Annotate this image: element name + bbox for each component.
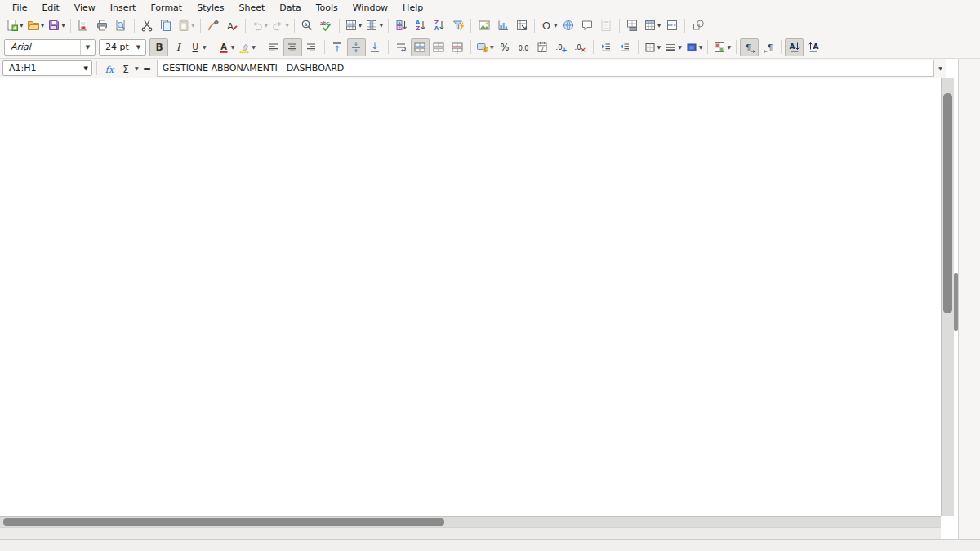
percent-button[interactable]: % (496, 38, 514, 56)
chevron-down-icon[interactable]: ▼ (554, 23, 558, 28)
sort-button[interactable]: AZ (392, 16, 411, 34)
export-pdf-button[interactable] (74, 16, 93, 34)
undo-button[interactable]: ▼ (249, 16, 270, 34)
insert-row-button[interactable]: ▼ (343, 16, 364, 34)
menu-view[interactable]: View (67, 2, 103, 14)
unmerge-cells-button[interactable] (448, 38, 467, 56)
highlight-color-button[interactable]: ▼ (236, 38, 257, 56)
center-vertically-button[interactable] (347, 38, 366, 56)
text-direction-ttb-button[interactable]: A (785, 38, 804, 56)
special-character-button[interactable]: Ω▼ (538, 16, 559, 34)
chevron-down-icon[interactable]: ▼ (490, 45, 494, 50)
open-button[interactable]: ▼ (25, 16, 47, 34)
font-size-combo[interactable]: 24 pt ▼ (99, 39, 146, 56)
chevron-down-icon[interactable]: ▼ (231, 45, 235, 50)
hyperlink-button[interactable] (559, 16, 578, 34)
sort-ascending-button[interactable]: AZ (411, 16, 430, 34)
currency-button[interactable]: €▼ (474, 38, 496, 56)
save-button[interactable]: ▼ (46, 16, 67, 34)
add-decimal-button[interactable]: .0+ (552, 38, 571, 56)
delete-decimal-button[interactable]: .0× (571, 38, 590, 56)
align-right-button[interactable] (302, 38, 321, 56)
clear-formatting-button[interactable]: A (223, 16, 242, 34)
increase-indent-button[interactable] (597, 38, 616, 56)
align-bottom-button[interactable] (366, 38, 385, 56)
menu-data[interactable]: Data (272, 2, 308, 14)
new-document-button[interactable]: ▼ (4, 16, 25, 34)
font-color-button[interactable]: A▼ (216, 38, 237, 56)
print-area-button[interactable] (623, 16, 642, 34)
chevron-down-icon[interactable]: ▼ (657, 45, 662, 50)
insert-column-button[interactable]: ▼ (363, 16, 385, 34)
chevron-down-icon[interactable]: ▼ (191, 23, 195, 28)
clone-formatting-button[interactable] (204, 16, 223, 34)
menu-window[interactable]: Window (345, 2, 395, 14)
redo-button[interactable]: ▼ (270, 16, 291, 34)
date-button[interactable]: 7 (533, 38, 552, 56)
menu-tools[interactable]: Tools (309, 2, 345, 14)
text-direction-btt-button[interactable]: A (804, 38, 822, 56)
align-top-button[interactable] (328, 38, 347, 56)
vertical-scrollbar-thumb[interactable] (943, 93, 952, 313)
chevron-down-icon[interactable]: ▼ (699, 45, 703, 50)
chevron-down-icon[interactable]: ▼ (265, 23, 269, 28)
chevron-down-icon[interactable]: ▼ (252, 45, 256, 50)
chevron-down-icon[interactable]: ▼ (727, 45, 731, 50)
bold-button[interactable]: B (149, 38, 168, 56)
chevron-down-icon[interactable]: ▼ (678, 45, 682, 50)
italic-button[interactable]: I (168, 38, 187, 56)
right-to-left-button[interactable]: ¶ (759, 38, 777, 56)
insert-image-button[interactable] (474, 16, 493, 34)
wrap-text-button[interactable] (392, 38, 411, 56)
menu-format[interactable]: Format (143, 2, 189, 14)
menu-file[interactable]: File (5, 2, 34, 14)
cut-button[interactable] (138, 16, 157, 34)
conditional-formatting-button[interactable]: ▼ (711, 38, 733, 56)
copy-button[interactable] (157, 16, 176, 34)
menu-styles[interactable]: Styles (189, 2, 231, 14)
expand-formula-bar-icon[interactable]: ▼ (934, 60, 946, 77)
chevron-down-icon[interactable]: ▼ (84, 65, 91, 72)
decrease-indent-button[interactable] (616, 38, 635, 56)
chevron-down-icon[interactable]: ▼ (20, 23, 24, 28)
print-button[interactable] (93, 16, 112, 34)
autofilter-button[interactable] (448, 16, 467, 34)
name-box[interactable]: A1:H1 ▼ (2, 60, 92, 76)
comment-button[interactable] (578, 16, 597, 34)
merge-cells-button[interactable] (430, 38, 448, 56)
font-name-combo[interactable]: Arial ▼ (4, 39, 96, 56)
merge-center-button[interactable] (411, 38, 430, 56)
chevron-down-icon[interactable]: ▼ (41, 23, 45, 28)
chevron-down-icon[interactable]: ▼ (203, 45, 207, 50)
headers-footers-button[interactable] (597, 16, 616, 34)
spelling-button[interactable]: abc (317, 16, 336, 34)
vertical-scrollbar[interactable] (941, 78, 954, 516)
find-replace-button[interactable]: a (298, 16, 317, 34)
formula-equals-icon[interactable]: = (139, 60, 155, 77)
spreadsheet-grid[interactable] (0, 78, 941, 516)
print-preview-button[interactable] (112, 16, 131, 34)
chevron-down-icon[interactable]: ▼ (80, 40, 95, 55)
sort-descending-button[interactable]: ZA (430, 16, 448, 34)
pivot-table-button[interactable] (512, 16, 531, 34)
chevron-down-icon[interactable]: ▼ (657, 23, 662, 28)
formula-input[interactable]: GESTIONE ABBONAMENTI - DASHBOARD (157, 60, 934, 77)
underline-button[interactable]: U▼ (187, 38, 208, 56)
horizontal-scrollbar[interactable] (0, 516, 941, 527)
split-window-button[interactable] (662, 16, 681, 34)
chevron-down-icon[interactable]: ▼ (131, 40, 145, 55)
border-color-button[interactable]: ▼ (684, 38, 705, 56)
menu-insert[interactable]: Insert (103, 2, 144, 14)
number-button[interactable]: 0.0 (514, 38, 533, 56)
menu-sheet[interactable]: Sheet (232, 2, 273, 14)
insert-chart-button[interactable] (493, 16, 512, 34)
chevron-down-icon[interactable]: ▼ (61, 23, 65, 28)
menu-edit[interactable]: Edit (34, 2, 66, 14)
border-style-button[interactable]: ▼ (662, 38, 684, 56)
menu-help[interactable]: Help (395, 2, 430, 14)
chevron-down-icon[interactable]: ▼ (359, 23, 363, 28)
function-wizard-icon[interactable]: fx (101, 60, 118, 77)
borders-button[interactable]: ▼ (642, 38, 663, 56)
draw-functions-button[interactable] (688, 16, 707, 34)
freeze-panes-button[interactable]: ▼ (642, 16, 663, 34)
